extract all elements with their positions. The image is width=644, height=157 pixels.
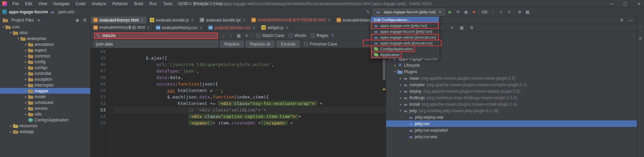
- tree-item-service[interactable]: ▸service: [0, 105, 90, 111]
- tree-item-controller[interactable]: ▸controller: [0, 70, 90, 76]
- show-dependencies-icon[interactable]: [459, 25, 464, 30]
- close-icon[interactable]: [190, 18, 194, 23]
- tree-item-mapper[interactable]: ▸mapper: [0, 88, 90, 94]
- preserve-case-checkbox[interactable]: Preserve Case: [304, 42, 337, 47]
- dropdown-item-edit-configurations[interactable]: Edit Configurations...: [371, 17, 439, 23]
- breadcrumb-file[interactable]: pom.xml: [58, 10, 74, 14]
- remove-project-icon[interactable]: [439, 25, 445, 30]
- close-icon[interactable]: [242, 18, 246, 23]
- dropdown-item-apps-ingage-admin-tomcat-run[interactable]: mapps-ingage-admin [tomcat:run]: [371, 34, 439, 40]
- chevron-right-icon[interactable]: ▸: [24, 101, 28, 104]
- menu-refactor[interactable]: Refactor: [109, 0, 131, 8]
- stop-button[interactable]: [471, 9, 476, 15]
- tree-item-resources[interactable]: ▸resources: [0, 123, 90, 129]
- chevron-right-icon[interactable]: ▸: [9, 130, 13, 133]
- prev-match-icon[interactable]: [228, 33, 234, 38]
- chevron-down-icon[interactable]: ▾: [9, 31, 13, 35]
- tree-item-common[interactable]: ▸common: [0, 53, 90, 59]
- tree-item-utils[interactable]: ▸utils: [0, 111, 90, 117]
- project-view-selector[interactable]: Project Files: [11, 18, 34, 23]
- chevron-right-icon[interactable]: ▸: [24, 66, 28, 69]
- menu-view[interactable]: View: [35, 0, 50, 8]
- next-match-icon[interactable]: [220, 33, 226, 38]
- dropdown-item-application[interactable]: Application: [371, 52, 439, 57]
- tree-item-ienterprise[interactable]: ▾ienterprise: [0, 36, 90, 41]
- menu-tools[interactable]: Tools: [160, 0, 176, 8]
- close-button[interactable]: [636, 0, 642, 8]
- tree-item-model[interactable]: ▸model: [0, 94, 90, 100]
- replace-field[interactable]: [94, 41, 218, 47]
- close-icon[interactable]: [199, 25, 202, 30]
- chevron-down-icon[interactable]: ▾: [1, 25, 5, 29]
- tree-item-jetty-run-exploded[interactable]: mjetty:run-exploded: [386, 127, 637, 133]
- close-icon[interactable]: [141, 18, 144, 23]
- tree-item-deploy[interactable]: ▸mdeploy(org.apache.maven.plugins:maven-…: [386, 88, 637, 94]
- maximize-button[interactable]: [622, 0, 628, 8]
- tree-item-exception[interactable]: ▸exception: [0, 76, 90, 82]
- tree-item-webapp[interactable]: ▸webapp: [0, 129, 90, 134]
- editor-tab-widget-js[interactable]: JSwidget.js: [259, 24, 292, 31]
- tree-item-interceptor[interactable]: ▸interceptor: [0, 82, 90, 88]
- minimize-button[interactable]: [608, 0, 615, 8]
- chevron-right-icon[interactable]: ▸: [24, 42, 28, 46]
- tree-item-jetty-deploy-war[interactable]: mjetty:deploy-war: [386, 114, 637, 120]
- filter-icon[interactable]: [244, 33, 249, 38]
- panel-settings-icon[interactable]: [619, 17, 625, 23]
- regex-checkbox[interactable]: Regex: [311, 33, 328, 38]
- tree-item-jetty-run-war[interactable]: mjetty:run-war: [386, 133, 637, 140]
- find-in-selection-icon[interactable]: [236, 33, 241, 38]
- menu-navigate[interactable]: Navigate: [50, 0, 73, 8]
- chevron-down-icon[interactable]: ▾: [398, 109, 403, 113]
- chevron-right-icon[interactable]: ▸: [24, 71, 28, 75]
- chevron-right-icon[interactable]: ▸: [24, 112, 28, 116]
- tree-item-aspect[interactable]: ▸aspect: [0, 47, 90, 53]
- menu-analyze[interactable]: Analyze: [89, 0, 109, 8]
- replace-all-button[interactable]: Replace all: [246, 41, 274, 48]
- menu-code[interactable]: Code: [73, 0, 89, 8]
- tree-item-annotation[interactable]: ▸annotation: [0, 41, 90, 47]
- dropdown-item-apps-ingage-crm-jetty-run[interactable]: mapps-ingage-crm [jetty:run]: [371, 23, 439, 28]
- editor-tab-evaluate-bundle-js[interactable]: JSevaluate.bundle.js: [147, 16, 197, 24]
- chevron-right-icon[interactable]: ▸: [398, 89, 403, 93]
- match-case-checkbox[interactable]: Match Case: [257, 33, 284, 38]
- tree-item-compiler[interactable]: ▸mcompiler(org.apache.maven.plugins:mave…: [386, 81, 637, 88]
- tree-item-install[interactable]: ▸minstall(org.apache.maven.plugins:maven…: [386, 101, 637, 107]
- search-input[interactable]: [102, 33, 215, 38]
- chevron-right-icon[interactable]: ▸: [24, 89, 28, 93]
- chevron-down-icon[interactable]: [437, 9, 443, 15]
- dropdown-item-configsapplication[interactable]: ConfigsApplication: [371, 46, 439, 52]
- chevron-right-icon[interactable]: ▸: [24, 77, 28, 81]
- words-checkbox[interactable]: Words: [289, 33, 306, 38]
- chevron-right-icon[interactable]: ▸: [24, 95, 28, 99]
- tree-item-configsapplication[interactable]: CConfigsApplication: [0, 117, 90, 123]
- regex-help-link[interactable]: ?: [331, 33, 334, 38]
- editor-tab-evaluatehistory-css[interactable]: CSSevaluateHistory.css: [153, 24, 206, 31]
- replace-input[interactable]: [96, 42, 216, 47]
- coverage-icon[interactable]: [463, 9, 469, 15]
- chevron-right-icon[interactable]: ▸: [24, 48, 28, 52]
- tree-item-findbugs[interactable]: ▸mfindbugs(org.codehaus.mojo:findbugs-ma…: [386, 94, 637, 101]
- git-commit-icon[interactable]: [498, 9, 504, 15]
- hide-panel-icon[interactable]: [628, 17, 633, 23]
- tree-item-rkhd[interactable]: ▾rkhd: [0, 30, 90, 36]
- tree-item-jetty[interactable]: ▾mjetty(org.mortbay.jetty:maven-jetty-pl…: [386, 107, 637, 114]
- git-update-icon[interactable]: [490, 9, 496, 15]
- chevron-down-icon[interactable]: ▾: [16, 37, 21, 40]
- editor-tab-evaluate-bundle-tpl[interactable]: Tevaluate.bundle.tpl: [197, 16, 249, 24]
- chevron-down-icon[interactable]: ▾: [393, 70, 397, 74]
- toolwindow-button[interactable]: [638, 36, 643, 41]
- tree-item-lifecycle[interactable]: ▸⚙Lifecycle: [386, 62, 637, 68]
- menu-run[interactable]: Run: [146, 0, 160, 8]
- tree-item-com[interactable]: ▾com: [0, 24, 90, 30]
- chevron-right-icon[interactable]: ▸: [398, 102, 403, 106]
- exclude-button[interactable]: Exclude: [277, 41, 300, 48]
- menu-build[interactable]: Build: [131, 0, 146, 8]
- replace-button[interactable]: Replace: [220, 41, 244, 48]
- toolwindow-button[interactable]: [638, 24, 643, 29]
- chevron-right-icon[interactable]: ▸: [398, 83, 403, 87]
- layout-icon[interactable]: [525, 9, 530, 15]
- tree-item-plugins[interactable]: ▾Plugins: [386, 68, 637, 75]
- dropdown-item-apps-ingage-web-tomcat-run[interactable]: mapps-ingage-web [tomcat:run]: [371, 40, 439, 46]
- editor-code[interactable]: $.ajax({ url:'/json/crm_516/queryHistory…: [110, 48, 386, 157]
- search-field[interactable]: [94, 32, 218, 39]
